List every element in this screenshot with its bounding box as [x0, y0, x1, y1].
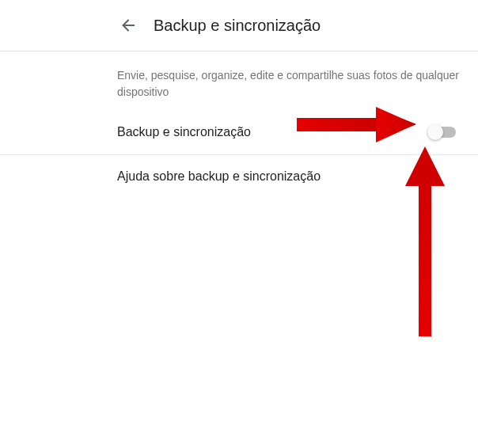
toggle-thumb: [427, 124, 443, 140]
help-row[interactable]: Ajuda sobre backup e sincronização: [0, 155, 478, 198]
page-title: Backup e sincronização: [154, 17, 321, 35]
settings-description: Envie, pesquise, organize, edite e compa…: [0, 51, 478, 110]
backup-sync-label: Backup e sincronização: [117, 125, 251, 139]
backup-sync-toggle[interactable]: [427, 124, 456, 140]
back-button[interactable]: [117, 14, 139, 36]
backup-sync-row[interactable]: Backup e sincronização: [0, 110, 478, 155]
header: Backup e sincronização: [0, 0, 478, 51]
arrow-back-icon: [120, 17, 137, 34]
help-label: Ajuda sobre backup e sincronização: [117, 169, 321, 184]
